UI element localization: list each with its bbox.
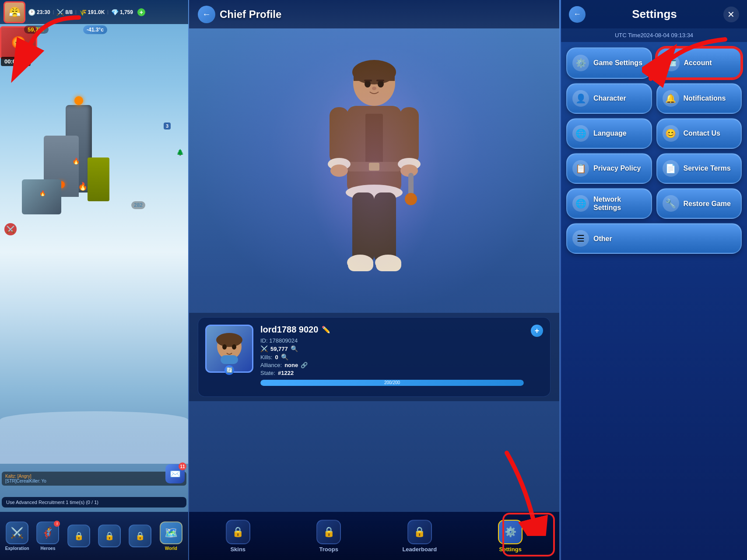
nav-locked-1: 🔒 — [64, 525, 94, 547]
svg-point-5 — [378, 80, 384, 88]
troops-tab-icon: 🔒 — [316, 520, 341, 544]
settings-close-button[interactable]: ✕ — [723, 7, 739, 22]
game-settings-button[interactable]: ⚙️ Game Settings — [566, 47, 652, 79]
player-name: lord1788 9020 — [260, 325, 318, 335]
exploration-icon-wrap: ⚔️ — [6, 522, 28, 544]
food-icon: 🌾 — [79, 9, 87, 16]
nav-heroes[interactable]: 🦸 ! Heroes — [33, 522, 63, 551]
svg-point-30 — [222, 344, 227, 350]
settings-title: Settings — [632, 7, 677, 21]
player-state-stat: State: #1222 — [260, 370, 524, 376]
svg-point-27 — [405, 193, 417, 205]
chat-area: Kaltz: [Angry] [STR]CerealKiller: Yo — [2, 472, 186, 486]
character-display — [189, 28, 559, 313]
game-settings-icon: ⚙️ — [572, 55, 589, 71]
skins-tab-icon: 🔒 — [226, 520, 250, 544]
xp-add-section: + — [531, 325, 543, 337]
svg-rect-3 — [354, 72, 395, 81]
quest-banner: Use Advanced Recruitment 1 time(s) (0 / … — [2, 497, 186, 508]
game-panel: 😤 🕐 23:30 | ⚔️ 8/8 | 🌾 191.0K | 💎 1,759 … — [0, 0, 188, 560]
svg-point-29 — [216, 333, 242, 347]
player-avatar: 🔄 — [205, 325, 253, 373]
contact-us-icon: 😊 — [663, 125, 679, 142]
hud-bar: 😤 🕐 23:30 | ⚔️ 8/8 | 🌾 191.0K | 💎 1,759 … — [0, 0, 188, 24]
network-settings-icon: 🌐 — [572, 195, 589, 212]
tab-skins[interactable]: 🔒 Skins — [193, 520, 284, 553]
xp-add-button[interactable]: + — [531, 325, 543, 337]
kills-search-icon[interactable]: 🔍 — [281, 354, 288, 360]
nav-locked-2: 🔒 — [95, 525, 124, 547]
character-button[interactable]: 👤 Character — [566, 83, 652, 114]
notifications-icon: 🔔 — [663, 90, 679, 107]
leaderboard-tab-icon: 🔒 — [407, 520, 432, 544]
svg-rect-14 — [330, 107, 349, 164]
tab-troops[interactable]: 🔒 Troops — [284, 520, 375, 553]
enemy-marker: ⚔️ — [4, 223, 17, 235]
lock1-icon-wrap: 🔒 — [67, 525, 90, 547]
settings-panel: ← Settings ✕ UTC Time2024-08-04 09:13:34… — [560, 0, 747, 560]
restore-game-button[interactable]: 🔧 Restore Game — [656, 188, 742, 219]
nav-world[interactable]: 🗺️ World — [156, 522, 186, 551]
heroes-icon-wrap: 🦸 ! — [36, 522, 59, 544]
map-marker: 282 — [131, 201, 145, 209]
service-terms-label: Service Terms — [684, 164, 731, 172]
troops-icon: ⚔️ — [56, 9, 64, 16]
settings-back-button[interactable]: ← — [569, 6, 586, 23]
contact-us-button[interactable]: 😊 Contact Us — [656, 118, 742, 149]
svg-rect-7 — [376, 80, 384, 81]
xp-bar: 200/200 — [260, 380, 524, 386]
settings-tab-icon: ⚙️ — [498, 520, 523, 544]
privacy-policy-icon: 📋 — [572, 160, 589, 177]
add-button[interactable]: + — [137, 8, 145, 16]
edit-name-icon[interactable]: ✏️ — [322, 326, 330, 334]
language-icon: 🌐 — [572, 125, 589, 142]
privacy-policy-button[interactable]: 📋 Privacy Policy — [566, 153, 652, 184]
player-kills-stat: Kills: 0 🔍 — [260, 354, 524, 360]
service-terms-button[interactable]: 📄 Service Terms — [656, 153, 742, 184]
profile-back-button[interactable]: ← — [198, 6, 215, 23]
svg-point-18 — [330, 164, 348, 177]
character-svg — [309, 48, 440, 293]
other-label: Other — [593, 234, 612, 243]
network-settings-button[interactable]: 🌐 Network Settings — [566, 188, 652, 219]
svg-rect-10 — [365, 114, 383, 166]
xp-label: 200/200 — [260, 380, 524, 386]
language-label: Language — [593, 129, 627, 137]
tab-leaderboard[interactable]: 🔒 Leaderboard — [374, 520, 465, 553]
avatar-face: 😤 — [5, 3, 24, 22]
player-card: 🔄 lord1788 9020 ✏️ ID: 178809024 ⚔️ 59,7… — [198, 317, 551, 397]
language-button[interactable]: 🌐 Language — [566, 118, 652, 149]
player-alliance-stat: Alliance: none 🔗 — [260, 362, 524, 368]
world-icon-wrap: 🗺️ — [160, 522, 182, 544]
svg-rect-23 — [348, 258, 373, 271]
power-icon: ⚔️ — [260, 345, 268, 352]
svg-rect-21 — [374, 192, 396, 262]
profile-panel: ← Chief Profile — [188, 0, 560, 560]
other-button[interactable]: ☰ Other — [566, 223, 742, 254]
mail-button[interactable]: ✉️ 11 — [165, 464, 185, 483]
profile-title: Chief Profile — [220, 8, 281, 21]
character-label: Character — [593, 94, 626, 102]
tab-settings[interactable]: ⚙️ Settings — [465, 520, 556, 553]
search-icon[interactable]: 🔍 — [291, 345, 298, 352]
game-world: 🔥 🔥 🔥 3 🌲 282 ⚔️ — [0, 70, 188, 464]
character-icon: 👤 — [572, 90, 589, 107]
player-details: lord1788 9020 ✏️ ID: 178809024 ⚔️ 59,777… — [260, 325, 524, 389]
player-power-stat: ⚔️ 59,777 🔍 — [260, 345, 524, 352]
network-settings-label: Network Settings — [593, 195, 646, 212]
player-avatar-button[interactable]: 😤 — [4, 1, 25, 23]
other-icon: ☰ — [572, 230, 589, 247]
svg-rect-32 — [221, 355, 238, 364]
sync-icon: 🔄 — [224, 365, 234, 375]
svg-point-31 — [232, 344, 236, 350]
lock2-icon-wrap: 🔒 — [98, 525, 121, 547]
svg-point-4 — [365, 80, 371, 88]
tutorial-arrow-account — [642, 35, 729, 92]
player-id-stat: ID: 178809024 — [260, 337, 524, 344]
clock-icon: 🕐 — [28, 9, 35, 16]
privacy-policy-label: Privacy Policy — [593, 164, 641, 172]
hud-food: 🌾 191.0K — [79, 9, 105, 16]
nav-exploration[interactable]: ⚔️ Exploration — [2, 522, 32, 551]
notifications-label: Notifications — [684, 94, 726, 102]
hud-time: 🕐 23:30 — [28, 9, 50, 16]
